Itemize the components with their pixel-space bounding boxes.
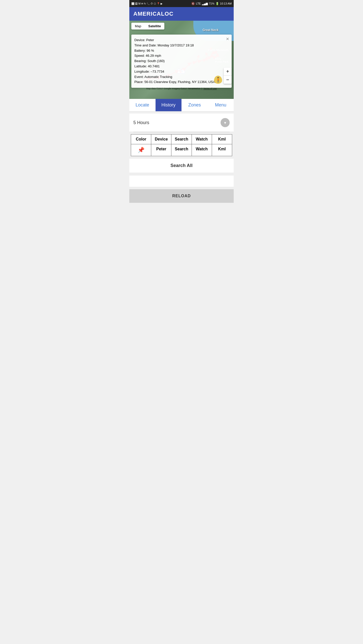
map-container: Great Neck Farm Museum AlleyPond Park Qu… [129,21,234,99]
empty-row [129,175,234,187]
col-header-watch: Watch [192,134,212,144]
map-toggle-satellite[interactable]: Satellite [145,23,164,30]
map-attribution: Map data ©2017 Google Imagery ©2017 Terr… [146,87,217,90]
col-header-kml: Kml [212,134,232,144]
col-header-device: Device [151,134,171,144]
col-header-color: Color [131,134,151,144]
hours-divider [133,132,230,132]
nav-icon: ⬡ [154,2,156,5]
history-content: 5 Hours ▾ Color Device Search Watch Kml … [129,114,234,208]
popup-latitude: Latitude: 40.7481 [134,64,229,69]
hours-selector: 5 Hours ▾ [129,114,234,132]
app-header: AMERICALOC [129,7,234,21]
nav-locate[interactable]: Locate [129,99,156,111]
zoom-in-button[interactable]: + [224,68,232,76]
cell-watch-button[interactable]: Watch [192,144,212,156]
cell-color: 📌 [131,144,151,156]
cell-device: Peter [151,144,171,156]
mail2-icon: ✉ [141,2,143,5]
map-zoom-controls[interactable]: + − [224,68,232,84]
device-table: Color Device Search Watch Kml 📌 Peter Se… [131,134,232,156]
battery-icon: 🔋 [216,2,219,5]
zoom-out-button[interactable]: − [224,76,232,84]
battery-pct: 71% [209,2,214,5]
popup-time-date: Time and Date: Monday 10/7/2017 19:18 [134,43,229,48]
popup-longitude: Longitude: –73.7734 [134,69,229,74]
popup-battery: Battery: 96 % [134,48,229,53]
status-bar: ⬜ 🖼 M ✉ ↻ 📞 ⏱ ⬡ 📍 ▶ 🔇 LTE ▂▄▆ 71% 🔋 10:1… [129,0,234,7]
terms-of-use-link[interactable]: Terms of Use [203,87,217,90]
status-info: 🔇 LTE ▂▄▆ 71% 🔋 10:13 AM [191,2,232,5]
mute-icon: 🔇 [191,2,195,5]
signal-bars: ▂▄▆ [202,2,208,5]
nav-menu[interactable]: Menu [208,99,234,111]
table-data-row: 📌 Peter Search Watch Kml [131,144,232,156]
person-icon[interactable]: 🧍 [214,76,222,84]
bottom-navigation[interactable]: Locate History Zones Menu [129,99,234,111]
notification-icon: ⬜ [131,2,134,5]
popup-bearing: Bearing: South (160) [134,59,229,64]
pin-color-icon: 📌 [138,147,144,153]
search-all-button[interactable]: Search All [129,158,234,173]
lte-label: LTE [196,2,201,5]
image-icon: 🖼 [135,2,138,5]
col-header-search: Search [171,134,192,144]
maps-icon: 📍 [157,2,160,5]
clock: 10:13 AM [220,2,232,5]
popup-close-button[interactable]: ✕ [226,37,229,41]
mail-icon: M [138,2,140,5]
timer-icon: ⏱ [150,2,153,5]
status-icons: ⬜ 🖼 M ✉ ↻ 📞 ⏱ ⬡ 📍 ▶ [131,2,163,5]
chevron-down-icon: ▾ [224,120,226,125]
table-header-row: Color Device Search Watch Kml [131,134,232,144]
nav-zones[interactable]: Zones [182,99,208,111]
sync-icon: ↻ [144,2,146,5]
popup-speed: Speed: 46.29 mph [134,53,229,59]
play-icon: ▶ [161,2,163,5]
popup-device: Device: Peter [134,38,229,43]
great-neck-label: Great Neck [203,28,219,32]
reload-button[interactable]: RELOAD [129,189,234,203]
phone-icon: 📞 [147,2,150,5]
cell-kml-button[interactable]: Kml [212,144,232,156]
hours-dropdown-button[interactable]: ▾ [221,118,230,127]
map-toggle-map[interactable]: Map [131,23,145,30]
cell-search-button[interactable]: Search [171,144,192,156]
app-title: AMERICALOC [133,11,230,17]
map-toggle[interactable]: Map Satellite [131,23,164,30]
map-data-label: Map data ©2017 Google Imagery ©2017 Terr… [146,87,200,90]
nav-history[interactable]: History [156,99,182,111]
hours-label: 5 Hours [133,120,149,125]
